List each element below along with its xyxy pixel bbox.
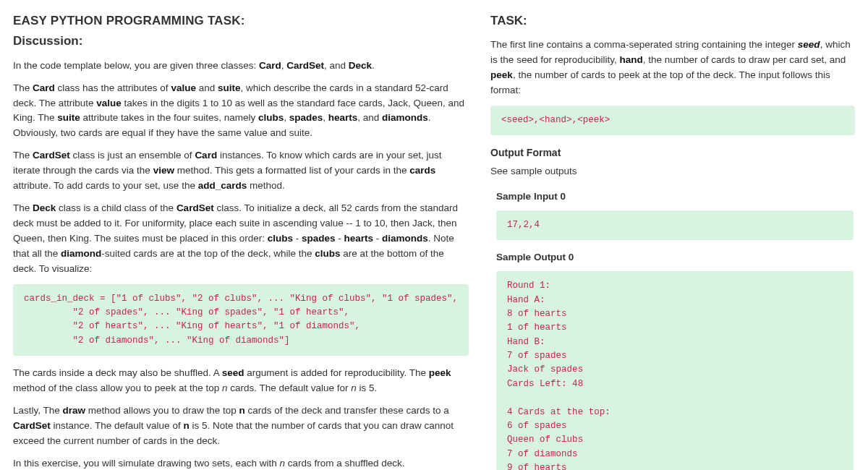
draw-paragraph: Lastly, The draw method allows you to dr… — [13, 403, 469, 449]
exercise-paragraph: In this exercise, you will simulate draw… — [13, 456, 469, 470]
page-title: EASY PYTHON PROGRAMMING TASK: — [13, 12, 469, 30]
deck-class-paragraph: The Deck class is a child class of the C… — [13, 201, 469, 277]
cards-in-deck-code: cards_in_deck = ["1 of clubs", "2 of clu… — [13, 284, 469, 356]
output-format-heading: Output Format — [490, 145, 855, 161]
task-column: TASK: The first line contains a comma-se… — [490, 12, 855, 470]
two-column-layout: EASY PYTHON PROGRAMMING TASK: Discussion… — [13, 12, 855, 470]
discussion-heading: Discussion: — [13, 32, 469, 51]
sample-input-code: 17,2,4 — [496, 210, 854, 240]
input-format-code: <seed>,<hand>,<peek> — [490, 106, 855, 135]
sample-output-heading: Sample Output 0 — [496, 250, 855, 265]
sample-input-heading: Sample Input 0 — [496, 189, 855, 205]
cardset-class-paragraph: The CardSet class is just an ensemble of… — [13, 148, 469, 194]
task-heading: TASK: — [490, 12, 855, 30]
discussion-column: EASY PYTHON PROGRAMMING TASK: Discussion… — [13, 12, 469, 470]
shuffle-paragraph: The cards inside a deck may also be shuf… — [13, 366, 469, 396]
sample-output-code: Round 1: Hand A: 8 of hearts 1 of hearts… — [496, 271, 854, 470]
card-class-paragraph: The Card class has the attributes of val… — [13, 81, 469, 142]
task-intro-paragraph: The first line contains a comma-seperate… — [490, 38, 855, 98]
intro-paragraph: In the code template below, you are give… — [13, 59, 469, 74]
output-format-text: See sample outputs — [490, 164, 855, 179]
